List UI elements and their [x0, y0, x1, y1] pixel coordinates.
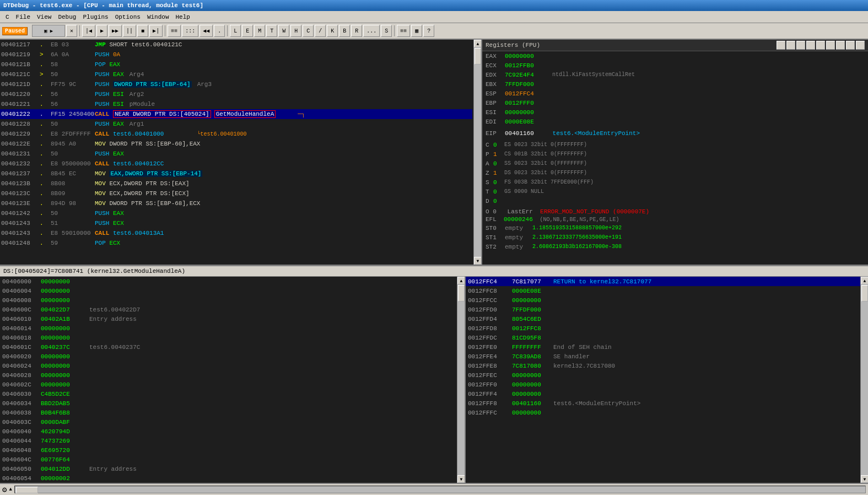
stack-row[interactable]: 0012FFD0 7FFDF000	[466, 305, 868, 314]
table-row[interactable]: 00401243 . E8 59010000 CALL test6.004013…	[0, 228, 472, 238]
dump-row[interactable]: 00406014 00000000	[0, 324, 456, 333]
menu-window[interactable]: Window	[144, 13, 172, 21]
reg-nav-left5[interactable]: ◀	[816, 41, 825, 50]
toolbar-help[interactable]: ?	[423, 25, 434, 37]
toolbar-restore[interactable]: ▣ ▶	[32, 25, 65, 37]
dump-row[interactable]: 00406024 00000000	[0, 361, 456, 370]
dump-panel[interactable]: 00406000 00000000 00406004 00000000 0040…	[0, 277, 466, 483]
h-scroll-thumb[interactable]	[16, 487, 38, 493]
menu-help[interactable]: Help	[172, 13, 193, 21]
menu-view[interactable]: View	[34, 13, 55, 21]
table-row[interactable]: 0040123C . 8B09 MOV ECX,DWORD PTR DS:[EC…	[0, 189, 472, 198]
table-row[interactable]: 0040121C > 50 PUSH EAX Arg4	[0, 69, 472, 79]
table-row[interactable]: 00401231 . 50 PUSH EAX	[0, 149, 472, 159]
table-row-selected[interactable]: 00401222 . FF15 2450400 CALL NEAR DWORD …	[0, 109, 472, 119]
toolbar-grid2[interactable]: ▦	[411, 25, 422, 37]
h-scrollbar[interactable]	[14, 486, 866, 493]
toolbar-grid[interactable]: ≡≡	[397, 25, 410, 37]
toolbar-T[interactable]: T	[266, 25, 277, 37]
stack-row[interactable]: 0012FFD8 0012FFC8	[466, 324, 868, 333]
stack-scroll-down[interactable]: ▼	[861, 475, 868, 483]
toolbar-fastforward[interactable]: ▶▶	[109, 25, 122, 37]
stack-row[interactable]: 0012FFEC 00000000	[466, 370, 868, 380]
reg-nav-right1[interactable]: ▶	[856, 41, 865, 50]
stack-row[interactable]: 0012FFD4 8054C6ED	[466, 314, 868, 324]
dump-row[interactable]: 0040601C 0040237C test6.0040237C	[0, 342, 456, 352]
toolbar-rewind[interactable]: |◀	[82, 25, 95, 37]
stack-row[interactable]: 0012FFCC 00000000	[466, 295, 868, 305]
reg-nav-left8[interactable]: ◀	[846, 41, 855, 50]
dump-row[interactable]: 0040602C 00000000	[0, 380, 456, 389]
dump-row[interactable]: 00406054 00000002	[0, 474, 456, 483]
dump-row[interactable]: 00406048 6E695720	[0, 445, 456, 455]
toolbar-S[interactable]: S	[381, 25, 392, 37]
stack-row[interactable]: 0012FFE0 FFFFFFFF End of SEH chain	[466, 342, 868, 352]
stack-row[interactable]: 0012FFF0 00000000	[466, 380, 868, 389]
scroll-thumb[interactable]	[475, 48, 481, 64]
table-row[interactable]: 00401237 . 8B45 EC MOV EAX,DWORD PTR SS:…	[0, 169, 472, 179]
toolbar-b2[interactable]: :::	[182, 25, 198, 37]
table-row[interactable]: 00401228 . 50 PUSH EAX Arg1	[0, 119, 472, 129]
stack-row[interactable]: 0012FFF4 00000000	[466, 389, 868, 399]
table-row[interactable]: 0040123B . 8B08 MOV ECX,DWORD PTR DS:[EA…	[0, 179, 472, 189]
dump-scroll-down[interactable]: ▼	[457, 475, 465, 483]
stack-row[interactable]: 0012FFE8 7C817080 kernel32.7C817080	[466, 361, 868, 370]
dump-row[interactable]: 00406000 00000000	[0, 277, 456, 286]
table-row[interactable]: 00401248 . 59 POP ECX	[0, 238, 472, 248]
dump-row[interactable]: 00406020 00000000	[0, 352, 456, 361]
menu-c[interactable]: C	[2, 13, 13, 21]
reg-nav-left1[interactable]: ◀	[777, 41, 785, 50]
dump-row[interactable]: 00406034 BBD2DAB5	[0, 399, 456, 408]
disasm-scrollbar[interactable]: ▲ ▼	[473, 40, 481, 265]
toolbar-H[interactable]: H	[290, 25, 301, 37]
toolbar-E[interactable]: E	[242, 25, 253, 37]
toolbar-dot[interactable]: .	[214, 25, 225, 37]
dump-row[interactable]: 00406038 B0B4F6B8	[0, 408, 456, 417]
table-row[interactable]: 00401243 . 51 PUSH ECX	[0, 218, 472, 228]
toolbar-M[interactable]: M	[254, 25, 265, 37]
table-row[interactable]: 00401232 . E8 95000000 CALL test6.004012…	[0, 159, 472, 169]
stack-row[interactable]: 0012FFE4 7C839AD8 SE handler	[466, 352, 868, 361]
dump-scroll-track[interactable]	[457, 284, 465, 475]
menu-file[interactable]: File	[13, 13, 34, 21]
toolbar-close[interactable]: ✕	[66, 25, 77, 37]
dump-row[interactable]: 00406030 C4B5D2CE	[0, 389, 456, 399]
dump-row[interactable]: 00406008 00000000	[0, 295, 456, 305]
dump-row[interactable]: 0040600C 004022D7 test6.004022D7	[0, 305, 456, 314]
table-row[interactable]: 00401220 . 56 PUSH ESI Arg2	[0, 89, 472, 99]
menu-plugins[interactable]: Plugins	[79, 13, 111, 21]
reg-nav-left6[interactable]: ◀	[826, 41, 835, 50]
disasm-panel[interactable]: 00401217 . EB 03 JMP SHORT test6.0040121…	[0, 40, 482, 265]
toolbar-K[interactable]: K	[327, 25, 338, 37]
toolbar-R[interactable]: R	[351, 25, 362, 37]
stack-row[interactable]: 0012FFF8 00401160 test6.<ModuleEntryPoin…	[466, 399, 868, 408]
toolbar-L[interactable]: L	[230, 25, 241, 37]
toolbar-W[interactable]: W	[278, 25, 289, 37]
toolbar-step[interactable]: ▶|	[149, 25, 163, 37]
stack-row[interactable]: 0012FFC8 0000E08E	[466, 286, 868, 295]
stack-row[interactable]: 0012FFDC 81CD95F8	[466, 333, 868, 342]
table-row[interactable]: 00401217 . EB 03 JMP SHORT test6.0040121…	[0, 40, 472, 50]
dump-row[interactable]: 00406028 00000000	[0, 370, 456, 380]
dump-scroll-up[interactable]: ▲	[457, 277, 465, 284]
dump-row[interactable]: 0040603C 0000DABF	[0, 417, 456, 427]
scroll-track[interactable]	[474, 47, 481, 257]
dump-row[interactable]: 00406010 00402A1B Entry address	[0, 314, 456, 324]
table-row[interactable]: 0040123E . 894D 98 MOV DWORD PTR SS:[EBP…	[0, 198, 472, 208]
menu-options[interactable]: Options	[112, 13, 144, 21]
toolbar-play[interactable]: ▶	[96, 25, 107, 37]
stack-scrollbar[interactable]: ▲ ▼	[860, 277, 868, 483]
stack-scroll-up[interactable]: ▲	[861, 277, 868, 284]
reg-nav-left4[interactable]: ◀	[806, 41, 815, 50]
dump-row[interactable]: 00406050 004012DD Entry address	[0, 464, 456, 474]
toolbar-b1[interactable]: ≡≡	[168, 25, 181, 37]
toolbar-b3[interactable]: ◀◀	[200, 25, 213, 37]
scroll-down-btn[interactable]: ▼	[474, 257, 482, 265]
table-row[interactable]: 00401219 > 6A 0A PUSH 0A	[0, 50, 472, 60]
dump-scrollbar[interactable]: ▲ ▼	[457, 277, 465, 483]
reg-nav-left7[interactable]: ◀	[836, 41, 845, 50]
toolbar-dots[interactable]: ...	[363, 25, 380, 37]
table-row[interactable]: 0040121B . 58 POP EAX	[0, 60, 472, 69]
toolbar-C[interactable]: C	[303, 25, 314, 37]
dump-scroll-thumb[interactable]	[458, 285, 465, 302]
